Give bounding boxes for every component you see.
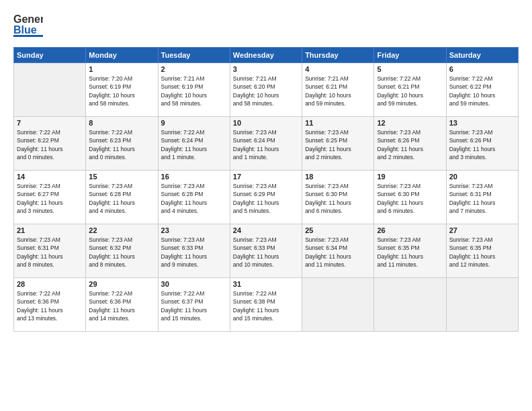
day-number: 5 — [377, 65, 443, 73]
calendar-cell: 13Sunrise: 7:23 AMSunset: 6:26 PMDayligh… — [446, 117, 518, 171]
day-info: Sunrise: 7:23 AMSunset: 6:26 PMDaylight:… — [377, 128, 443, 161]
calendar-cell: 27Sunrise: 7:23 AMSunset: 6:35 PMDayligh… — [446, 224, 518, 278]
calendar-cell: 6Sunrise: 7:22 AMSunset: 6:22 PMDaylight… — [446, 63, 518, 117]
day-info: Sunrise: 7:23 AMSunset: 6:28 PMDaylight:… — [161, 182, 227, 215]
logo: General Blue — [13, 11, 43, 40]
day-info: Sunrise: 7:23 AMSunset: 6:30 PMDaylight:… — [305, 182, 371, 215]
calendar-cell: 26Sunrise: 7:23 AMSunset: 6:35 PMDayligh… — [374, 224, 446, 278]
day-info: Sunrise: 7:23 AMSunset: 6:28 PMDaylight:… — [89, 182, 154, 215]
day-info: Sunrise: 7:23 AMSunset: 6:24 PMDaylight:… — [233, 128, 299, 161]
calendar-cell: 24Sunrise: 7:23 AMSunset: 6:33 PMDayligh… — [230, 224, 302, 278]
calendar-cell: 22Sunrise: 7:23 AMSunset: 6:32 PMDayligh… — [86, 224, 158, 278]
day-number: 27 — [449, 226, 515, 234]
day-number: 15 — [89, 173, 154, 181]
day-number: 3 — [233, 65, 299, 73]
calendar-cell — [374, 278, 446, 332]
svg-rect-3 — [13, 35, 43, 37]
calendar-cell: 1Sunrise: 7:20 AMSunset: 6:19 PMDaylight… — [86, 63, 158, 117]
calendar-cell: 16Sunrise: 7:23 AMSunset: 6:28 PMDayligh… — [158, 171, 230, 224]
day-info: Sunrise: 7:23 AMSunset: 6:26 PMDaylight:… — [449, 128, 515, 161]
day-info: Sunrise: 7:22 AMSunset: 6:21 PMDaylight:… — [377, 75, 443, 107]
day-number: 2 — [161, 65, 227, 73]
day-info: Sunrise: 7:23 AMSunset: 6:33 PMDaylight:… — [161, 236, 227, 269]
weekday-header-wednesday: Wednesday — [230, 48, 302, 63]
day-number: 25 — [305, 226, 371, 234]
day-number: 21 — [17, 226, 83, 234]
day-number: 17 — [233, 173, 299, 181]
day-info: Sunrise: 7:21 AMSunset: 6:20 PMDaylight:… — [233, 75, 299, 107]
day-info: Sunrise: 7:21 AMSunset: 6:21 PMDaylight:… — [305, 75, 371, 107]
weekday-header-sunday: Sunday — [14, 48, 86, 63]
week-row-0: 1Sunrise: 7:20 AMSunset: 6:19 PMDaylight… — [14, 63, 519, 117]
day-number: 1 — [89, 65, 154, 73]
day-number: 7 — [17, 119, 83, 127]
day-number: 6 — [449, 65, 515, 73]
calendar-cell: 2Sunrise: 7:21 AMSunset: 6:19 PMDaylight… — [158, 63, 230, 117]
day-info: Sunrise: 7:20 AMSunset: 6:19 PMDaylight:… — [89, 75, 154, 107]
calendar-cell: 20Sunrise: 7:23 AMSunset: 6:31 PMDayligh… — [446, 171, 518, 224]
weekday-header-friday: Friday — [374, 48, 446, 63]
week-row-2: 14Sunrise: 7:23 AMSunset: 6:27 PMDayligh… — [14, 171, 519, 224]
day-info: Sunrise: 7:22 AMSunset: 6:24 PMDaylight:… — [161, 128, 227, 161]
week-row-1: 7Sunrise: 7:22 AMSunset: 6:22 PMDaylight… — [14, 117, 519, 171]
day-number: 9 — [161, 119, 227, 127]
calendar-cell: 9Sunrise: 7:22 AMSunset: 6:24 PMDaylight… — [158, 117, 230, 171]
day-info: Sunrise: 7:23 AMSunset: 6:27 PMDaylight:… — [17, 182, 83, 215]
day-info: Sunrise: 7:22 AMSunset: 6:36 PMDaylight:… — [17, 289, 83, 322]
calendar-cell: 5Sunrise: 7:22 AMSunset: 6:21 PMDaylight… — [374, 63, 446, 117]
calendar-cell: 4Sunrise: 7:21 AMSunset: 6:21 PMDaylight… — [302, 63, 374, 117]
day-info: Sunrise: 7:22 AMSunset: 6:37 PMDaylight:… — [161, 289, 227, 322]
day-number: 19 — [377, 173, 443, 181]
calendar-table: SundayMondayTuesdayWednesdayThursdayFrid… — [13, 47, 519, 332]
day-number: 29 — [89, 280, 154, 288]
calendar-cell: 10Sunrise: 7:23 AMSunset: 6:24 PMDayligh… — [230, 117, 302, 171]
calendar-cell: 25Sunrise: 7:23 AMSunset: 6:34 PMDayligh… — [302, 224, 374, 278]
day-number: 30 — [161, 280, 227, 288]
day-info: Sunrise: 7:23 AMSunset: 6:35 PMDaylight:… — [377, 236, 443, 269]
svg-text:Blue: Blue — [13, 24, 37, 36]
day-info: Sunrise: 7:23 AMSunset: 6:34 PMDaylight:… — [305, 236, 371, 269]
logo-icon: General Blue — [13, 11, 43, 40]
day-number: 8 — [89, 119, 154, 127]
weekday-header-tuesday: Tuesday — [158, 48, 230, 63]
calendar-cell: 21Sunrise: 7:23 AMSunset: 6:31 PMDayligh… — [14, 224, 86, 278]
calendar-cell: 28Sunrise: 7:22 AMSunset: 6:36 PMDayligh… — [14, 278, 86, 332]
calendar-body: 1Sunrise: 7:20 AMSunset: 6:19 PMDaylight… — [14, 63, 519, 332]
week-row-4: 28Sunrise: 7:22 AMSunset: 6:36 PMDayligh… — [14, 278, 519, 332]
day-info: Sunrise: 7:23 AMSunset: 6:31 PMDaylight:… — [449, 182, 515, 215]
day-number: 4 — [305, 65, 371, 73]
day-info: Sunrise: 7:21 AMSunset: 6:19 PMDaylight:… — [161, 75, 227, 107]
calendar-cell: 12Sunrise: 7:23 AMSunset: 6:26 PMDayligh… — [374, 117, 446, 171]
calendar-cell: 7Sunrise: 7:22 AMSunset: 6:22 PMDaylight… — [14, 117, 86, 171]
calendar-cell — [446, 278, 518, 332]
day-number: 13 — [449, 119, 515, 127]
week-row-3: 21Sunrise: 7:23 AMSunset: 6:31 PMDayligh… — [14, 224, 519, 278]
calendar-cell: 29Sunrise: 7:22 AMSunset: 6:36 PMDayligh… — [86, 278, 158, 332]
day-number: 20 — [449, 173, 515, 181]
day-info: Sunrise: 7:22 AMSunset: 6:22 PMDaylight:… — [17, 128, 83, 161]
calendar-cell: 30Sunrise: 7:22 AMSunset: 6:37 PMDayligh… — [158, 278, 230, 332]
day-info: Sunrise: 7:23 AMSunset: 6:35 PMDaylight:… — [449, 236, 515, 269]
day-info: Sunrise: 7:23 AMSunset: 6:29 PMDaylight:… — [233, 182, 299, 215]
weekday-header-saturday: Saturday — [446, 48, 518, 63]
calendar-cell: 15Sunrise: 7:23 AMSunset: 6:28 PMDayligh… — [86, 171, 158, 224]
day-info: Sunrise: 7:22 AMSunset: 6:22 PMDaylight:… — [449, 75, 515, 107]
calendar-cell: 14Sunrise: 7:23 AMSunset: 6:27 PMDayligh… — [14, 171, 86, 224]
calendar-cell: 3Sunrise: 7:21 AMSunset: 6:20 PMDaylight… — [230, 63, 302, 117]
day-number: 16 — [161, 173, 227, 181]
weekday-header-thursday: Thursday — [302, 48, 374, 63]
calendar-cell — [14, 63, 86, 117]
calendar-cell: 18Sunrise: 7:23 AMSunset: 6:30 PMDayligh… — [302, 171, 374, 224]
day-number: 28 — [17, 280, 83, 288]
day-info: Sunrise: 7:23 AMSunset: 6:32 PMDaylight:… — [89, 236, 154, 269]
svg-text:General: General — [13, 13, 43, 25]
day-number: 26 — [377, 226, 443, 234]
day-info: Sunrise: 7:22 AMSunset: 6:38 PMDaylight:… — [233, 289, 299, 322]
day-info: Sunrise: 7:23 AMSunset: 6:31 PMDaylight:… — [17, 236, 83, 269]
day-info: Sunrise: 7:23 AMSunset: 6:33 PMDaylight:… — [233, 236, 299, 269]
day-number: 11 — [305, 119, 371, 127]
day-info: Sunrise: 7:23 AMSunset: 6:30 PMDaylight:… — [377, 182, 443, 215]
day-number: 18 — [305, 173, 371, 181]
calendar-cell: 8Sunrise: 7:22 AMSunset: 6:23 PMDaylight… — [86, 117, 158, 171]
calendar-header: SundayMondayTuesdayWednesdayThursdayFrid… — [14, 48, 519, 63]
